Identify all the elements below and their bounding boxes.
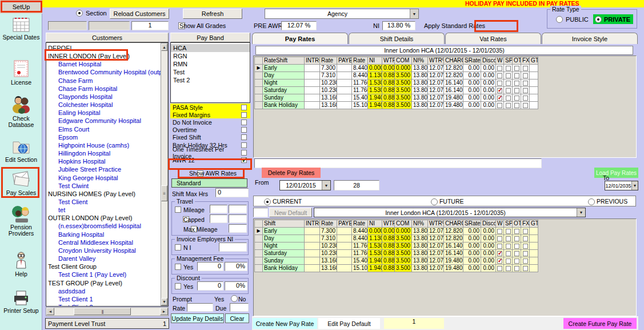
grid-row[interactable]: Night10.23011.7601.5300.8803.50013.80%12… (255, 79, 538, 87)
grid-cell-wtr[interactable]: 0.880 (382, 257, 395, 265)
refresh-button[interactable]: Refresh (183, 9, 242, 19)
grid-cell-ni_pct[interactable]: 13.80% (412, 265, 428, 272)
grid-cell-shift[interactable]: Saturday (263, 87, 305, 94)
grid-cell-srate[interactable]: 0.00 (463, 257, 481, 265)
ni-field[interactable]: 13.80 % (382, 21, 415, 30)
sp-grid-checkbox[interactable] (506, 103, 511, 108)
fx-grid-checkbox[interactable] (523, 229, 528, 234)
grid-cell-fx[interactable] (521, 250, 530, 257)
grid-cell-shift[interactable]: Early (263, 228, 305, 235)
grid-cell-w[interactable] (496, 79, 504, 87)
grid-cell-wtr_pct[interactable]: 12.07% (428, 102, 444, 109)
period-radio-current[interactable]: CURRENT (264, 198, 302, 205)
option-checkbox[interactable] (241, 105, 247, 110)
grid-cell-ni[interactable]: 1.130 (368, 72, 382, 79)
grid-cell-ni[interactable]: 1.130 (368, 235, 382, 242)
grid-row[interactable]: Night10.23011.7601.5300.8803.50013.80%12… (255, 242, 538, 250)
customers-vscrollbar[interactable]: ▲ ≡ ▼ (161, 43, 168, 306)
grid-cell-intro[interactable] (305, 94, 320, 102)
grid-cell-ot[interactable] (513, 235, 521, 242)
grid-cell-shift[interactable]: Day (263, 235, 305, 242)
grid-cell-gt[interactable] (530, 250, 538, 257)
grid-cell-charge[interactable]: 19.480 (444, 257, 463, 265)
grid-cell-w[interactable] (496, 265, 504, 272)
w-grid-checkbox[interactable] (497, 96, 502, 101)
grid-cell-wtr_pct[interactable]: 12.07% (428, 65, 444, 72)
grid-row[interactable]: Day7.3108.4401.1300.8803.50013.80%12.07%… (255, 235, 538, 242)
grid-cell-ni_pct[interactable]: 13.80% (412, 65, 428, 72)
grid-cell-srate[interactable]: 0.00 (463, 235, 481, 242)
sidebar-item-edit-section[interactable]: Edit Section (0, 137, 42, 163)
update-pay-details-button[interactable]: Update Pay Details (171, 313, 224, 323)
grid-cell-com[interactable]: 0.000 (395, 228, 412, 235)
grid-cell-rowhdr[interactable] (255, 87, 263, 94)
grid-cell-com[interactable]: 3.500 (395, 94, 412, 102)
grid-cell-ot[interactable] (513, 257, 521, 265)
grid-cell-wtr_pct[interactable]: 12.07% (428, 257, 444, 265)
grid-cell-sp[interactable] (504, 265, 513, 272)
grid-cell-paye[interactable] (337, 265, 352, 272)
grid-cell-sp[interactable] (504, 228, 513, 235)
grid-cell-shift[interactable]: Night (263, 242, 305, 250)
w-grid-checkbox[interactable] (497, 259, 502, 264)
edit-pay-default-button[interactable]: Edit Pay Default (318, 318, 380, 329)
grid-cell-rowhdr[interactable] (255, 242, 263, 250)
grid-cell-w[interactable] (496, 102, 504, 109)
ot-grid-checkbox[interactable] (514, 266, 519, 271)
grid-cell-rowhdr[interactable] (255, 72, 263, 79)
grid-cell-rate2[interactable]: 11.760 (352, 242, 368, 250)
grid-cell-rate2[interactable]: 8.440 (352, 72, 368, 79)
grid-cell-rate2[interactable]: 11.760 (352, 87, 368, 94)
customer-item[interactable]: TEST GROUP (Pay Level) (46, 279, 168, 287)
radio-icon[interactable] (264, 198, 271, 205)
grid-cell-w[interactable] (496, 257, 504, 265)
grid-cell-charge[interactable]: 16.140 (444, 242, 463, 250)
ot-grid-checkbox[interactable] (514, 229, 519, 234)
delete-pay-rates-button[interactable]: Delete Pay Rates (262, 168, 321, 178)
grid-cell-rowhdr[interactable] (255, 102, 263, 109)
ot-grid-checkbox[interactable] (514, 88, 519, 93)
fx-grid-checkbox[interactable] (523, 251, 528, 256)
grid-cell-srate[interactable]: 0.00 (463, 94, 481, 102)
grid-cell-intro[interactable] (305, 79, 320, 87)
grid-cell-ni_pct[interactable]: 13.80% (412, 250, 428, 257)
scroll-left-icon[interactable]: ◄ (46, 308, 54, 315)
option-checkbox[interactable] (241, 127, 247, 133)
grid-cell-srate[interactable]: 0.00 (463, 265, 481, 272)
default-rates-grid[interactable]: ShiftINTRORatePAYE+RateNIWTRCOMNI%WTR%CH… (254, 220, 538, 272)
grid-cell-charge[interactable]: 12.820 (444, 72, 463, 79)
fx-grid-checkbox[interactable] (523, 73, 528, 78)
w-grid-checkbox[interactable] (497, 66, 502, 71)
grid-cell-rate[interactable]: 10.230 (320, 79, 337, 87)
public-radio[interactable] (556, 16, 563, 23)
to-date-combo[interactable]: 12/01/2035 ▼ (605, 181, 638, 190)
grid-cell-charge[interactable]: 19.480 (444, 265, 463, 272)
grid-cell-paye[interactable] (337, 94, 352, 102)
grid-cell-charge[interactable]: 19.480 (444, 102, 463, 109)
grid-cell-ni_pct[interactable]: 13.80% (412, 228, 428, 235)
grid-cell-gt[interactable] (530, 79, 538, 87)
grid-cell-com[interactable]: 3.500 (395, 102, 412, 109)
customers-header[interactable]: Customers (46, 33, 169, 42)
grid-cell-wtr_pct[interactable]: 12.07% (428, 228, 444, 235)
customer-item[interactable]: Chase Farm Hospital (46, 85, 168, 93)
grid-cell-ni_pct[interactable]: 13.80% (412, 235, 428, 242)
grid-cell-wtr_pct[interactable]: 12.07% (428, 72, 444, 79)
grid-cell-rate[interactable]: 7.310 (320, 72, 337, 79)
sidebar-item-help[interactable]: Help (0, 251, 42, 277)
grid-row[interactable]: Saturday10.23011.7601.5300.8803.50013.80… (255, 250, 538, 257)
grid-cell-com[interactable]: 3.500 (395, 79, 412, 87)
grid-cell-ni_pct[interactable]: 13.80% (412, 242, 428, 250)
sp-grid-checkbox[interactable] (506, 96, 511, 101)
sidebar-item-pension-providers[interactable]: Pension Providers (0, 205, 42, 237)
grid-cell-discou[interactable]: 0.00 (481, 65, 496, 72)
grid-cell-discou[interactable]: 0.00 (481, 228, 496, 235)
grid-cell-gt[interactable] (530, 65, 538, 72)
default-payrate-combo[interactable]: Inner London HCA (12/01/2015 - 12/01/203… (314, 208, 586, 217)
ot-grid-checkbox[interactable] (514, 259, 519, 264)
grid-row[interactable]: Sunday13.16015.4001.9400.8803.50013.80%1… (255, 257, 538, 265)
grid-cell-discou[interactable]: 0.00 (481, 250, 496, 257)
option-checkbox[interactable] (241, 134, 247, 140)
scroll-down-icon[interactable]: ▼ (161, 298, 167, 305)
ot-grid-checkbox[interactable] (514, 236, 519, 241)
